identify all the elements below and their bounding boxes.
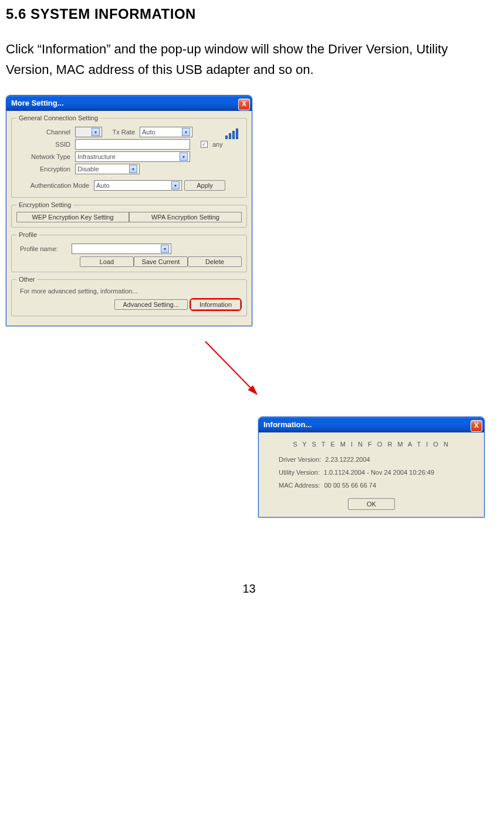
profile-select[interactable]: ▾ <box>72 244 171 254</box>
channel-select[interactable]: ▾ <box>75 127 102 137</box>
nettype-select[interactable]: Infrastructure▾ <box>75 151 190 162</box>
section-heading: 5.6 SYSTEM INFORMATION <box>6 6 492 22</box>
window-title: Information... <box>263 420 312 429</box>
sysinfo-heading: S Y S T E M I N F O R M A T I O N <box>268 441 475 448</box>
apply-button[interactable]: Apply <box>184 180 225 191</box>
wpa-setting-button[interactable]: WPA Encryption Setting <box>129 212 242 222</box>
authmode-label: Authentication Mode <box>16 182 92 189</box>
profile-legend: Profile <box>16 231 39 238</box>
encryption-select[interactable]: Disable▾ <box>75 164 140 174</box>
other-legend: Other <box>16 276 38 283</box>
ok-button[interactable]: OK <box>348 498 395 510</box>
window-title: More Setting... <box>11 99 64 107</box>
txrate-value: Auto <box>142 129 155 136</box>
signal-icon <box>225 125 242 139</box>
txrate-label: Tx Rate <box>104 129 137 136</box>
chevron-down-icon: ▾ <box>171 181 180 190</box>
information-button[interactable]: Information <box>191 299 241 310</box>
close-icon[interactable]: X <box>471 420 482 432</box>
other-fieldset: Other For more advanced setting, informa… <box>11 276 247 316</box>
arrow-icon <box>199 337 270 401</box>
any-label: any <box>212 141 223 148</box>
more-setting-window: More Setting... X General Connection Set… <box>6 95 252 326</box>
advanced-setting-button[interactable]: Advanced Setting... <box>114 299 188 310</box>
chevron-down-icon: ▾ <box>92 128 100 136</box>
nettype-value: Infrastructure <box>77 153 116 160</box>
authmode-value: Auto <box>96 182 110 189</box>
general-legend: General Connection Setting <box>16 114 100 121</box>
encset-legend: Encryption Setting <box>16 201 73 208</box>
load-button[interactable]: Load <box>80 256 134 267</box>
encryption-value: Disable <box>77 165 99 173</box>
other-text: For more advanced setting, information..… <box>16 286 242 298</box>
driver-label: Driver Version: <box>279 456 321 463</box>
ssid-input[interactable] <box>75 139 190 150</box>
mac-value: 00 00 55 66 66 74 <box>324 482 376 489</box>
profile-fieldset: Profile Profile name: ▾ Load Save Curren… <box>11 231 247 272</box>
page-number: 13 <box>6 582 492 596</box>
chevron-down-icon: ▾ <box>129 165 137 173</box>
utility-value: 1.0.1124.2004 - Nov 24 2004 10:26:49 <box>324 469 434 476</box>
profile-name-label: Profile name: <box>16 245 69 252</box>
ssid-label: SSID <box>16 141 73 148</box>
delete-button[interactable]: Delete <box>188 256 242 267</box>
driver-value: 2.23.1222.2004 <box>325 456 370 463</box>
wep-setting-button[interactable]: WEP Encryption Key Setting <box>16 212 129 222</box>
utility-label: Utility Version: <box>279 469 320 476</box>
mac-label: MAC Address: <box>279 482 320 489</box>
txrate-select[interactable]: Auto▾ <box>140 127 192 137</box>
information-window: Information... X S Y S T E M I N F O R M… <box>258 417 485 518</box>
any-checkbox[interactable]: ✓ <box>201 141 208 148</box>
titlebar: More Setting... X <box>6 96 252 111</box>
svg-line-0 <box>205 342 255 393</box>
intro-text: Click “Information” and the pop-up windo… <box>6 39 492 80</box>
general-connection-fieldset: General Connection Setting Channel ▾ Tx … <box>11 114 247 198</box>
save-current-button[interactable]: Save Current <box>134 256 188 267</box>
channel-label: Channel <box>16 129 73 136</box>
chevron-down-icon: ▾ <box>180 153 188 161</box>
authmode-select[interactable]: Auto▾ <box>94 180 182 191</box>
chevron-down-icon: ▾ <box>182 128 190 136</box>
chevron-down-icon: ▾ <box>161 245 169 253</box>
nettype-label: Network Type <box>16 153 73 160</box>
info-button-highlight: Information <box>190 298 242 311</box>
titlebar: Information... X <box>259 417 484 432</box>
close-icon[interactable]: X <box>238 99 250 110</box>
encryption-setting-fieldset: Encryption Setting WEP Encryption Key Se… <box>11 201 247 228</box>
encryption-label: Encryption <box>16 165 73 173</box>
